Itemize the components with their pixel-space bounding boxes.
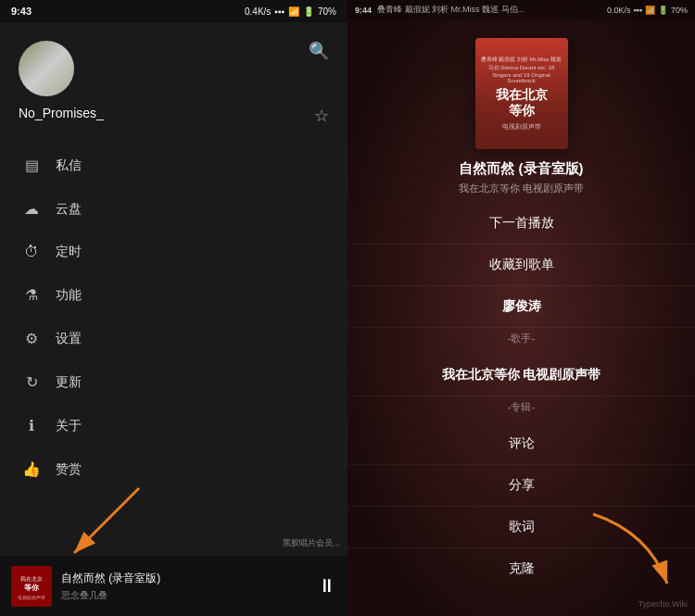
- battery-percent: 70%: [318, 6, 336, 17]
- song-album-name: 我在北京等你 电视剧原声带: [366, 182, 676, 195]
- option-comment[interactable]: 评论: [348, 423, 695, 465]
- menu-item-reward[interactable]: 👍 赞赏: [0, 447, 348, 491]
- right-time: 9:44: [355, 6, 372, 15]
- signal-icon: ▪▪▪: [274, 6, 284, 17]
- right-wifi-icon: 📶: [645, 6, 655, 15]
- option-album-sub: -专辑-: [348, 396, 695, 423]
- left-status-bar: 9:43 0.4K/s ▪▪▪ 📶 🔋 70%: [0, 0, 348, 22]
- menu-item-about[interactable]: ℹ 关于: [0, 404, 348, 447]
- right-panel: 9:44 叠青峰 戴假妮 刘析 Mr.Miss 魏巡 马伯... 0.0K/s …: [348, 0, 695, 616]
- player-title: 自然而然 (录音室版): [61, 571, 309, 586]
- menu-item-cloud-disk[interactable]: ☁ 云盘: [0, 187, 348, 231]
- menu-label-reward: 赞赏: [56, 461, 82, 478]
- menu-item-update[interactable]: ↻ 更新: [0, 360, 348, 404]
- left-panel: 9:43 0.4K/s ▪▪▪ 📶 🔋 70% 🔍 No_Promises_ ☆…: [0, 0, 348, 616]
- album-top-text: 叠青峰 戴假妮 刘析 Mr.Miss 魏巡 马伯 Sienna Durant e…: [481, 56, 562, 83]
- album-art[interactable]: 叠青峰 戴假妮 刘析 Mr.Miss 魏巡 马伯 Sienna Durant e…: [475, 38, 568, 149]
- option-collect[interactable]: 收藏到歌单: [348, 245, 695, 286]
- function-icon: ⚗: [22, 286, 41, 304]
- right-battery-icon: 🔋: [658, 6, 668, 15]
- menu-item-private-message[interactable]: ▤ 私信: [0, 144, 348, 187]
- avatar[interactable]: [19, 41, 74, 96]
- right-status-icons: 0.0K/s ▪▪▪ 📶 🔋 70%: [607, 6, 688, 15]
- right-battery-percent: 70%: [671, 6, 688, 15]
- reward-icon: 👍: [22, 460, 41, 478]
- option-lyrics[interactable]: 歌词: [348, 507, 695, 548]
- option-singer[interactable]: 廖俊涛: [348, 286, 695, 328]
- song-title-section: 自然而然 (录音室版) 我在北京等你 电视剧原声带: [348, 160, 695, 195]
- menu-label-timer: 定时: [56, 244, 82, 260]
- play-pause-button[interactable]: ⏸: [318, 575, 336, 597]
- right-content: 9:44 叠青峰 戴假妮 刘析 Mr.Miss 魏巡 马伯... 0.0K/s …: [348, 0, 695, 616]
- menu-item-function[interactable]: ⚗ 功能: [0, 273, 348, 317]
- player-info: 自然而然 (录音室版) 思念叠几叠: [61, 571, 309, 602]
- right-speed: 0.0K/s: [607, 6, 631, 15]
- private-message-icon: ▤: [22, 157, 41, 174]
- menu-label-about: 关于: [56, 418, 82, 434]
- option-share[interactable]: 分享: [348, 465, 695, 507]
- option-clone[interactable]: 克隆: [348, 548, 695, 589]
- svg-text:等你: 等你: [24, 584, 40, 592]
- menu-label-cloud-disk: 云盘: [56, 201, 82, 218]
- album-title: 我在北京 等你: [496, 87, 548, 119]
- avatar-image: [19, 41, 74, 96]
- left-header: 🔍 No_Promises_ ☆: [0, 22, 348, 134]
- player-subtitle: 思念叠几叠: [61, 589, 309, 602]
- right-signal-icon: ▪▪▪: [633, 6, 642, 15]
- player-thumbnail[interactable]: 我在北京 等你 电视剧原声带: [11, 566, 52, 607]
- cloud-disk-icon: ☁: [22, 200, 41, 218]
- player-controls: ⏸: [318, 575, 336, 597]
- menu-label-update: 更新: [56, 374, 82, 391]
- typecho-watermark: Typecho.Wiki: [638, 599, 688, 609]
- option-album[interactable]: 我在北京等你 电视剧原声带: [348, 355, 695, 396]
- scrolling-text: 叠青峰 戴假妮 刘析 Mr.Miss 魏巡 马伯...: [377, 4, 524, 16]
- option-singer-sub: -歌手-: [348, 328, 695, 355]
- wifi-icon: 📶: [288, 6, 299, 17]
- menu-label-settings: 设置: [56, 331, 82, 347]
- settings-icon: ⚙: [22, 330, 41, 347]
- right-status-bar: 9:44 叠青峰 戴假妮 刘析 Mr.Miss 魏巡 马伯... 0.0K/s …: [348, 0, 695, 19]
- update-icon: ↻: [22, 373, 41, 391]
- menu-item-timer[interactable]: ⏱ 定时: [0, 231, 348, 273]
- menu-item-settings[interactable]: ⚙ 设置: [0, 317, 348, 360]
- option-next-play[interactable]: 下一首播放: [348, 203, 695, 245]
- timer-icon: ⏱: [22, 244, 41, 260]
- context-menu-options: 下一首播放 收藏到歌单 廖俊涛 -歌手- 我在北京等你 电视剧原声带 -专辑- …: [348, 203, 695, 616]
- menu-label-function: 功能: [56, 287, 82, 304]
- left-time: 9:43: [11, 6, 32, 17]
- album-subtitle: 电视剧原声带: [502, 122, 541, 132]
- username-label: No_Promises_: [19, 106, 104, 120]
- song-main-title: 自然而然 (录音室版): [366, 160, 676, 178]
- about-icon: ℹ: [22, 417, 41, 434]
- svg-text:我在北京: 我在北京: [20, 575, 43, 582]
- search-icon[interactable]: 🔍: [309, 41, 329, 61]
- battery-icon: 🔋: [303, 6, 314, 17]
- svg-text:电视剧原声带: 电视剧原声带: [18, 595, 45, 600]
- star-icon[interactable]: ☆: [314, 106, 329, 126]
- vip-badge: 黑胶唱片会员...: [283, 537, 340, 549]
- bottom-player: 我在北京 等你 电视剧原声带 自然而然 (录音室版) 思念叠几叠 ⏸: [0, 556, 348, 616]
- left-status-icons: 0.4K/s ▪▪▪ 📶 🔋 70%: [245, 6, 336, 17]
- album-art-inner: 叠青峰 戴假妮 刘析 Mr.Miss 魏巡 马伯 Sienna Durant e…: [475, 38, 568, 149]
- left-speed: 0.4K/s: [245, 6, 271, 17]
- menu-label-private-message: 私信: [56, 157, 82, 174]
